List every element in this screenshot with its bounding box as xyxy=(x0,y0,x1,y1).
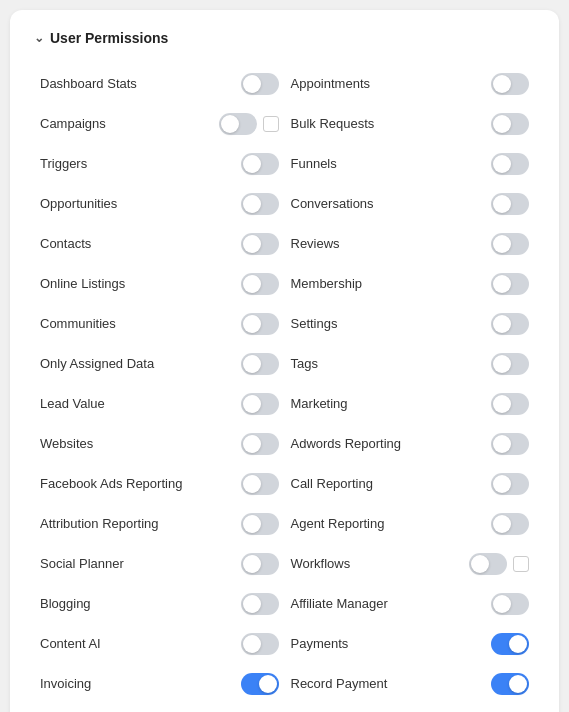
toggle-adwords-reporting[interactable] xyxy=(491,433,529,455)
toggle-affiliate-manager[interactable] xyxy=(491,593,529,615)
slider-membership xyxy=(491,273,529,295)
perm-controls-websites xyxy=(241,433,279,455)
perm-controls-reviews xyxy=(491,233,529,255)
perm-controls-adwords-reporting xyxy=(491,433,529,455)
perm-label-invoicing: Invoicing xyxy=(40,676,233,693)
perm-controls-settings xyxy=(491,313,529,335)
toggle-campaigns[interactable] xyxy=(219,113,257,135)
perm-item-reviews: Reviews xyxy=(285,224,536,264)
perm-controls-payments xyxy=(491,633,529,655)
toggle-payments[interactable] xyxy=(491,633,529,655)
toggle-social-planner[interactable] xyxy=(241,553,279,575)
perm-label-attribution-reporting: Attribution Reporting xyxy=(40,516,233,533)
toggle-dashboard-stats[interactable] xyxy=(241,73,279,95)
perm-item-adwords-reporting: Adwords Reporting xyxy=(285,424,536,464)
perm-controls-attribution-reporting xyxy=(241,513,279,535)
perm-item-tags: Tags xyxy=(285,344,536,384)
slider-call-reporting xyxy=(491,473,529,495)
toggle-blogging[interactable] xyxy=(241,593,279,615)
perm-controls-agent-reporting xyxy=(491,513,529,535)
toggle-membership[interactable] xyxy=(491,273,529,295)
perm-controls-content-ai xyxy=(241,633,279,655)
toggle-agent-reporting[interactable] xyxy=(491,513,529,535)
toggle-record-payment[interactable] xyxy=(491,673,529,695)
perm-controls-tags xyxy=(491,353,529,375)
perm-item-membership: Membership xyxy=(285,264,536,304)
toggle-online-listings[interactable] xyxy=(241,273,279,295)
toggle-only-assigned-data[interactable] xyxy=(241,353,279,375)
slider-marketing xyxy=(491,393,529,415)
perm-controls-affiliate-manager xyxy=(491,593,529,615)
perm-label-marketing: Marketing xyxy=(291,396,484,413)
toggle-triggers[interactable] xyxy=(241,153,279,175)
perm-label-opportunities: Opportunities xyxy=(40,196,233,213)
toggle-contacts[interactable] xyxy=(241,233,279,255)
section-header: ⌄ User Permissions xyxy=(34,30,535,46)
perm-controls-online-listings xyxy=(241,273,279,295)
toggle-communities[interactable] xyxy=(241,313,279,335)
toggle-workflows[interactable] xyxy=(469,553,507,575)
toggle-facebook-ads-reporting[interactable] xyxy=(241,473,279,495)
perm-label-triggers: Triggers xyxy=(40,156,233,173)
slider-funnels xyxy=(491,153,529,175)
toggle-websites[interactable] xyxy=(241,433,279,455)
toggle-content-ai[interactable] xyxy=(241,633,279,655)
perm-label-agent-reporting: Agent Reporting xyxy=(291,516,484,533)
toggle-lead-value[interactable] xyxy=(241,393,279,415)
perm-item-affiliate-manager: Affiliate Manager xyxy=(285,584,536,624)
toggle-opportunities[interactable] xyxy=(241,193,279,215)
perm-label-facebook-ads-reporting: Facebook Ads Reporting xyxy=(40,476,233,493)
checkbox-campaigns[interactable] xyxy=(263,116,279,132)
slider-triggers xyxy=(241,153,279,175)
toggle-marketing[interactable] xyxy=(491,393,529,415)
toggle-settings[interactable] xyxy=(491,313,529,335)
perm-label-membership: Membership xyxy=(291,276,484,293)
perm-controls-triggers xyxy=(241,153,279,175)
perm-label-funnels: Funnels xyxy=(291,156,484,173)
toggle-bulk-requests[interactable] xyxy=(491,113,529,135)
perm-label-appointments: Appointments xyxy=(291,76,484,93)
perm-item-appointments: Appointments xyxy=(285,64,536,104)
slider-agent-reporting xyxy=(491,513,529,535)
toggle-funnels[interactable] xyxy=(491,153,529,175)
perm-label-adwords-reporting: Adwords Reporting xyxy=(291,436,484,453)
perm-controls-bulk-requests xyxy=(491,113,529,135)
slider-workflows xyxy=(469,553,507,575)
slider-invoicing xyxy=(241,673,279,695)
toggle-conversations[interactable] xyxy=(491,193,529,215)
checkbox-workflows[interactable] xyxy=(513,556,529,572)
toggle-invoicing[interactable] xyxy=(241,673,279,695)
perm-item-bulk-requests: Bulk Requests xyxy=(285,104,536,144)
slider-bulk-requests xyxy=(491,113,529,135)
chevron-down-icon: ⌄ xyxy=(34,31,44,45)
perm-label-record-payment: Record Payment xyxy=(291,676,484,693)
permissions-grid: Dashboard StatsAppointmentsCampaignsBulk… xyxy=(34,64,535,712)
toggle-tags[interactable] xyxy=(491,353,529,375)
perm-controls-only-assigned-data xyxy=(241,353,279,375)
slider-opportunities xyxy=(241,193,279,215)
slider-blogging xyxy=(241,593,279,615)
perm-item-opportunities: Opportunities xyxy=(34,184,285,224)
toggle-call-reporting[interactable] xyxy=(491,473,529,495)
slider-campaigns xyxy=(219,113,257,135)
perm-controls-invoicing xyxy=(241,673,279,695)
perm-label-dashboard-stats: Dashboard Stats xyxy=(40,76,233,93)
perm-controls-workflows xyxy=(469,553,529,575)
slider-conversations xyxy=(491,193,529,215)
toggle-appointments[interactable] xyxy=(491,73,529,95)
perm-label-settings: Settings xyxy=(291,316,484,333)
perm-label-payments: Payments xyxy=(291,636,484,653)
perm-controls-marketing xyxy=(491,393,529,415)
toggle-reviews[interactable] xyxy=(491,233,529,255)
perm-label-affiliate-manager: Affiliate Manager xyxy=(291,596,484,613)
perm-item-funnels: Funnels xyxy=(285,144,536,184)
perm-controls-funnels xyxy=(491,153,529,175)
slider-payments xyxy=(491,633,529,655)
toggle-attribution-reporting[interactable] xyxy=(241,513,279,535)
slider-reviews xyxy=(491,233,529,255)
slider-facebook-ads-reporting xyxy=(241,473,279,495)
perm-controls-conversations xyxy=(491,193,529,215)
slider-contacts xyxy=(241,233,279,255)
perm-item-marketing: Marketing xyxy=(285,384,536,424)
perm-controls-communities xyxy=(241,313,279,335)
